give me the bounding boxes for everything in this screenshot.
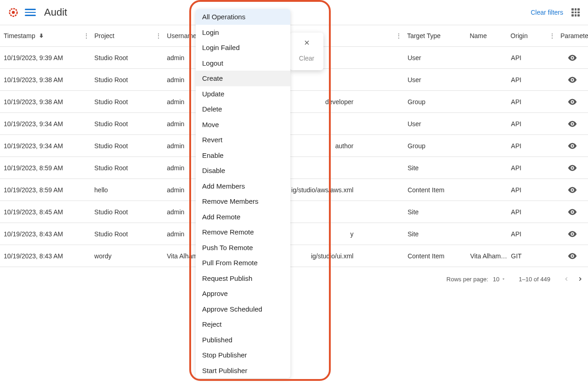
table-row: 10/19/2023, 8:59 AMhelloadminig/studio/a… xyxy=(0,179,588,201)
chevron-down-icon xyxy=(501,277,506,281)
cell-name: Vita Alham… xyxy=(466,252,507,260)
operation-option[interactable]: Remove Members xyxy=(196,194,290,209)
column-menu-origin[interactable]: ⋮ xyxy=(548,32,557,39)
operation-option[interactable]: Start Publisher xyxy=(196,363,290,379)
operation-option[interactable]: Request Publish xyxy=(196,271,290,286)
cell-timestamp: 10/19/2023, 9:38 AM xyxy=(0,76,82,84)
operation-option[interactable]: Remove Remote xyxy=(196,224,290,240)
crafter-logo-icon xyxy=(8,7,18,17)
operation-option[interactable]: Logout xyxy=(196,56,290,71)
view-parameters-button[interactable] xyxy=(557,53,588,63)
operation-option[interactable]: Pull From Remote xyxy=(196,255,290,271)
svg-point-8 xyxy=(572,189,574,191)
column-header-target-type[interactable]: Target Type xyxy=(403,32,466,39)
operation-option[interactable]: Approve xyxy=(196,286,290,301)
table-row: 10/19/2023, 8:43 AMwordyVita Alhambraig/… xyxy=(0,245,588,267)
pagination-bar: Rows per page: 10 1–10 of 449 xyxy=(0,267,588,291)
cell-origin: API xyxy=(507,98,548,106)
cell-project: Studio Root xyxy=(90,120,154,128)
operation-option-list[interactable]: All OperationsLoginLogin FailedLogoutCre… xyxy=(196,9,290,378)
operation-option[interactable]: Update xyxy=(196,86,290,102)
view-parameters-button[interactable] xyxy=(557,229,588,239)
cell-target-type: Content Item xyxy=(404,186,466,194)
operation-option[interactable]: Published xyxy=(196,332,290,348)
table-body: 10/19/2023, 9:39 AMStudio RootadminUserA… xyxy=(0,47,588,267)
view-parameters-button[interactable] xyxy=(557,163,588,173)
cell-target-type: User xyxy=(404,54,466,61)
cell-target-type: User xyxy=(404,120,466,128)
svg-point-7 xyxy=(572,167,574,169)
operation-option[interactable]: Add Remote xyxy=(196,209,290,225)
cell-origin: API xyxy=(507,120,548,128)
cell-timestamp: 10/19/2023, 9:34 AM xyxy=(0,142,82,150)
operation-option[interactable]: Create xyxy=(196,71,290,86)
view-parameters-button[interactable] xyxy=(557,207,588,217)
sort-desc-icon xyxy=(38,33,45,39)
operation-option[interactable]: Revert xyxy=(196,132,290,148)
operation-option[interactable]: Login xyxy=(196,25,290,40)
view-parameters-button[interactable] xyxy=(557,97,588,107)
column-menu-project[interactable]: ⋮ xyxy=(154,32,164,39)
column-header-parameters: Parameters xyxy=(557,32,588,39)
operation-filter-dropdown: All OperationsLoginLogin FailedLogoutCre… xyxy=(196,9,290,378)
prev-page-button[interactable] xyxy=(563,276,570,282)
view-parameters-button[interactable] xyxy=(557,141,588,151)
svg-point-10 xyxy=(572,233,574,235)
cell-timestamp: 10/19/2023, 8:59 AM xyxy=(0,164,82,172)
column-header-project[interactable]: Project xyxy=(90,32,154,39)
svg-point-11 xyxy=(572,255,574,257)
table-row: 10/19/2023, 9:34 AMStudio RootadminUserA… xyxy=(0,113,588,135)
cell-target-type: Group xyxy=(404,142,466,150)
next-page-button[interactable] xyxy=(577,276,583,282)
cell-timestamp: 10/19/2023, 9:34 AM xyxy=(0,120,82,128)
column-header-origin[interactable]: Origin xyxy=(507,32,548,39)
operation-option[interactable]: All Operations xyxy=(196,9,290,25)
close-icon[interactable] xyxy=(303,39,311,46)
cell-target-type: Site xyxy=(404,208,466,216)
column-menu-operation[interactable]: ⋮ xyxy=(394,32,403,39)
operation-option[interactable]: Delete xyxy=(196,101,290,117)
column-header-name[interactable]: Name xyxy=(466,32,507,39)
cell-target-type: Site xyxy=(404,164,466,172)
operation-option[interactable]: Login Failed xyxy=(196,40,290,56)
svg-point-1 xyxy=(12,11,15,14)
svg-point-9 xyxy=(572,211,574,213)
cell-timestamp: 10/19/2023, 9:39 AM xyxy=(0,54,82,61)
svg-point-6 xyxy=(572,145,574,147)
cell-target-type: User xyxy=(404,76,466,84)
pagination-range: 1–10 of 449 xyxy=(519,276,550,283)
cell-origin: API xyxy=(507,230,548,238)
column-menu-timestamp[interactable]: ⋮ xyxy=(82,32,91,39)
operation-option[interactable]: Stop Publisher xyxy=(196,347,290,363)
operation-option[interactable]: Add Members xyxy=(196,179,290,194)
column-header-timestamp[interactable]: Timestamp xyxy=(0,32,82,39)
view-parameters-button[interactable] xyxy=(557,75,588,85)
table-row: 10/19/2023, 8:43 AMStudio RootadminySite… xyxy=(0,223,588,245)
clear-filter-button[interactable]: Clear xyxy=(299,55,314,62)
clear-filters-link[interactable]: Clear filters xyxy=(531,9,563,16)
operation-option[interactable]: Disable xyxy=(196,163,290,179)
column-label: Timestamp xyxy=(4,32,35,39)
operation-option[interactable]: Approve Scheduled xyxy=(196,301,290,317)
view-parameters-button[interactable] xyxy=(557,185,588,195)
cell-origin: API xyxy=(507,164,548,172)
view-parameters-button[interactable] xyxy=(557,251,588,261)
svg-point-2 xyxy=(572,57,574,59)
cell-origin: API xyxy=(507,54,548,61)
hamburger-menu-button[interactable] xyxy=(25,7,36,18)
rows-per-page-select[interactable]: 10 xyxy=(493,276,506,283)
view-parameters-button[interactable] xyxy=(557,119,588,129)
operation-option[interactable]: Enable xyxy=(196,148,290,163)
cell-project: Studio Root xyxy=(90,98,154,106)
operation-option[interactable]: Move xyxy=(196,117,290,133)
cell-project: Studio Root xyxy=(90,208,154,216)
cell-origin: API xyxy=(507,208,548,216)
operation-option[interactable]: Reject xyxy=(196,317,290,332)
filter-clear-popover: Clear xyxy=(290,33,323,70)
table-row: 10/19/2023, 8:59 AMStudio RootadminSiteA… xyxy=(0,157,588,179)
cell-timestamp: 10/19/2023, 9:38 AM xyxy=(0,98,82,106)
apps-grid-icon[interactable] xyxy=(571,8,580,17)
operation-option[interactable]: Push To Remote xyxy=(196,240,290,256)
cell-project: Studio Root xyxy=(90,142,154,150)
table-row: 10/19/2023, 9:38 AMStudio RootadminUserA… xyxy=(0,69,588,91)
